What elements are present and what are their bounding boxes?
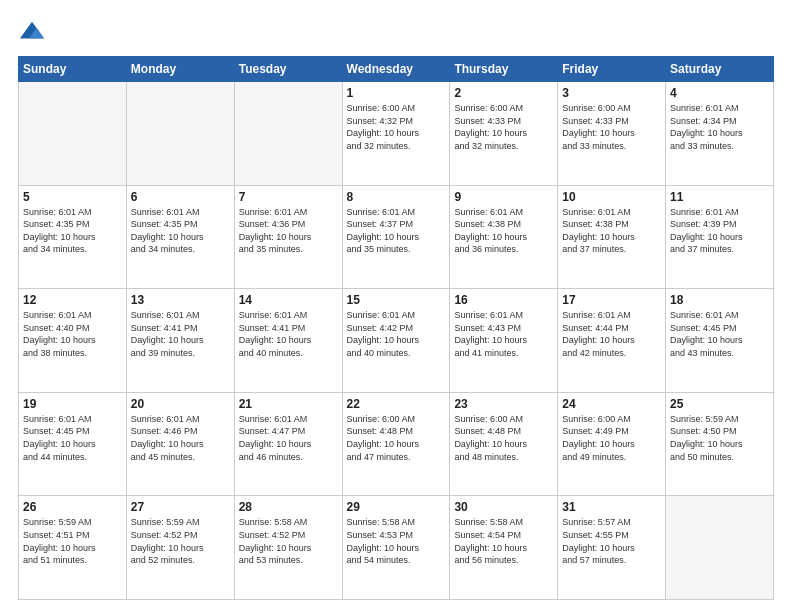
day-info: Sunrise: 6:01 AM Sunset: 4:39 PM Dayligh… <box>670 206 769 256</box>
day-number: 31 <box>562 500 661 514</box>
calendar-week-row: 26Sunrise: 5:59 AM Sunset: 4:51 PM Dayli… <box>19 496 774 600</box>
day-info: Sunrise: 5:59 AM Sunset: 4:50 PM Dayligh… <box>670 413 769 463</box>
day-number: 13 <box>131 293 230 307</box>
calendar-cell: 16Sunrise: 6:01 AM Sunset: 4:43 PM Dayli… <box>450 289 558 393</box>
day-number: 11 <box>670 190 769 204</box>
day-info: Sunrise: 5:59 AM Sunset: 4:51 PM Dayligh… <box>23 516 122 566</box>
calendar-cell: 21Sunrise: 6:01 AM Sunset: 4:47 PM Dayli… <box>234 392 342 496</box>
calendar-week-row: 5Sunrise: 6:01 AM Sunset: 4:35 PM Daylig… <box>19 185 774 289</box>
calendar-cell: 12Sunrise: 6:01 AM Sunset: 4:40 PM Dayli… <box>19 289 127 393</box>
calendar-cell: 20Sunrise: 6:01 AM Sunset: 4:46 PM Dayli… <box>126 392 234 496</box>
calendar-table: SundayMondayTuesdayWednesdayThursdayFrid… <box>18 56 774 600</box>
day-info: Sunrise: 5:58 AM Sunset: 4:53 PM Dayligh… <box>347 516 446 566</box>
day-info: Sunrise: 6:01 AM Sunset: 4:38 PM Dayligh… <box>562 206 661 256</box>
day-number: 26 <box>23 500 122 514</box>
day-number: 19 <box>23 397 122 411</box>
day-info: Sunrise: 6:00 AM Sunset: 4:48 PM Dayligh… <box>454 413 553 463</box>
day-number: 24 <box>562 397 661 411</box>
day-info: Sunrise: 6:01 AM Sunset: 4:45 PM Dayligh… <box>23 413 122 463</box>
calendar-cell: 17Sunrise: 6:01 AM Sunset: 4:44 PM Dayli… <box>558 289 666 393</box>
day-number: 17 <box>562 293 661 307</box>
day-number: 10 <box>562 190 661 204</box>
calendar-cell: 19Sunrise: 6:01 AM Sunset: 4:45 PM Dayli… <box>19 392 127 496</box>
day-number: 4 <box>670 86 769 100</box>
calendar-cell: 30Sunrise: 5:58 AM Sunset: 4:54 PM Dayli… <box>450 496 558 600</box>
day-number: 27 <box>131 500 230 514</box>
day-number: 7 <box>239 190 338 204</box>
calendar-day-header: Thursday <box>450 57 558 82</box>
day-number: 8 <box>347 190 446 204</box>
day-info: Sunrise: 6:01 AM Sunset: 4:45 PM Dayligh… <box>670 309 769 359</box>
calendar-cell: 23Sunrise: 6:00 AM Sunset: 4:48 PM Dayli… <box>450 392 558 496</box>
day-info: Sunrise: 6:01 AM Sunset: 4:34 PM Dayligh… <box>670 102 769 152</box>
calendar-cell: 26Sunrise: 5:59 AM Sunset: 4:51 PM Dayli… <box>19 496 127 600</box>
calendar-cell: 28Sunrise: 5:58 AM Sunset: 4:52 PM Dayli… <box>234 496 342 600</box>
calendar-day-header: Friday <box>558 57 666 82</box>
calendar-cell: 31Sunrise: 5:57 AM Sunset: 4:55 PM Dayli… <box>558 496 666 600</box>
calendar-cell: 5Sunrise: 6:01 AM Sunset: 4:35 PM Daylig… <box>19 185 127 289</box>
day-number: 29 <box>347 500 446 514</box>
day-number: 23 <box>454 397 553 411</box>
calendar-cell: 1Sunrise: 6:00 AM Sunset: 4:32 PM Daylig… <box>342 82 450 186</box>
day-info: Sunrise: 6:01 AM Sunset: 4:37 PM Dayligh… <box>347 206 446 256</box>
day-info: Sunrise: 6:01 AM Sunset: 4:36 PM Dayligh… <box>239 206 338 256</box>
calendar-cell: 2Sunrise: 6:00 AM Sunset: 4:33 PM Daylig… <box>450 82 558 186</box>
calendar-cell: 4Sunrise: 6:01 AM Sunset: 4:34 PM Daylig… <box>666 82 774 186</box>
day-number: 20 <box>131 397 230 411</box>
day-number: 22 <box>347 397 446 411</box>
day-number: 16 <box>454 293 553 307</box>
day-info: Sunrise: 6:01 AM Sunset: 4:38 PM Dayligh… <box>454 206 553 256</box>
day-info: Sunrise: 6:00 AM Sunset: 4:48 PM Dayligh… <box>347 413 446 463</box>
day-info: Sunrise: 6:01 AM Sunset: 4:41 PM Dayligh… <box>131 309 230 359</box>
calendar-day-header: Monday <box>126 57 234 82</box>
calendar-cell <box>666 496 774 600</box>
day-number: 3 <box>562 86 661 100</box>
calendar-cell: 6Sunrise: 6:01 AM Sunset: 4:35 PM Daylig… <box>126 185 234 289</box>
calendar-day-header: Tuesday <box>234 57 342 82</box>
calendar-cell: 7Sunrise: 6:01 AM Sunset: 4:36 PM Daylig… <box>234 185 342 289</box>
day-number: 21 <box>239 397 338 411</box>
calendar-cell: 18Sunrise: 6:01 AM Sunset: 4:45 PM Dayli… <box>666 289 774 393</box>
calendar-week-row: 12Sunrise: 6:01 AM Sunset: 4:40 PM Dayli… <box>19 289 774 393</box>
day-info: Sunrise: 5:58 AM Sunset: 4:54 PM Dayligh… <box>454 516 553 566</box>
calendar-header-row: SundayMondayTuesdayWednesdayThursdayFrid… <box>19 57 774 82</box>
day-number: 28 <box>239 500 338 514</box>
day-number: 5 <box>23 190 122 204</box>
calendar-week-row: 1Sunrise: 6:00 AM Sunset: 4:32 PM Daylig… <box>19 82 774 186</box>
day-number: 12 <box>23 293 122 307</box>
day-info: Sunrise: 6:01 AM Sunset: 4:35 PM Dayligh… <box>23 206 122 256</box>
day-number: 30 <box>454 500 553 514</box>
calendar-cell: 15Sunrise: 6:01 AM Sunset: 4:42 PM Dayli… <box>342 289 450 393</box>
header <box>18 18 774 46</box>
day-number: 2 <box>454 86 553 100</box>
day-info: Sunrise: 5:57 AM Sunset: 4:55 PM Dayligh… <box>562 516 661 566</box>
day-info: Sunrise: 6:00 AM Sunset: 4:33 PM Dayligh… <box>454 102 553 152</box>
day-info: Sunrise: 5:59 AM Sunset: 4:52 PM Dayligh… <box>131 516 230 566</box>
day-info: Sunrise: 6:01 AM Sunset: 4:40 PM Dayligh… <box>23 309 122 359</box>
day-info: Sunrise: 5:58 AM Sunset: 4:52 PM Dayligh… <box>239 516 338 566</box>
calendar-cell: 9Sunrise: 6:01 AM Sunset: 4:38 PM Daylig… <box>450 185 558 289</box>
calendar-week-row: 19Sunrise: 6:01 AM Sunset: 4:45 PM Dayli… <box>19 392 774 496</box>
calendar-cell: 14Sunrise: 6:01 AM Sunset: 4:41 PM Dayli… <box>234 289 342 393</box>
day-number: 14 <box>239 293 338 307</box>
day-number: 15 <box>347 293 446 307</box>
calendar-cell <box>234 82 342 186</box>
logo <box>18 18 50 46</box>
calendar-cell: 24Sunrise: 6:00 AM Sunset: 4:49 PM Dayli… <box>558 392 666 496</box>
calendar-cell: 11Sunrise: 6:01 AM Sunset: 4:39 PM Dayli… <box>666 185 774 289</box>
day-info: Sunrise: 6:01 AM Sunset: 4:41 PM Dayligh… <box>239 309 338 359</box>
calendar-day-header: Sunday <box>19 57 127 82</box>
day-number: 25 <box>670 397 769 411</box>
calendar-cell: 13Sunrise: 6:01 AM Sunset: 4:41 PM Dayli… <box>126 289 234 393</box>
calendar-cell: 29Sunrise: 5:58 AM Sunset: 4:53 PM Dayli… <box>342 496 450 600</box>
day-info: Sunrise: 6:01 AM Sunset: 4:44 PM Dayligh… <box>562 309 661 359</box>
day-info: Sunrise: 6:00 AM Sunset: 4:33 PM Dayligh… <box>562 102 661 152</box>
day-info: Sunrise: 6:00 AM Sunset: 4:32 PM Dayligh… <box>347 102 446 152</box>
day-number: 9 <box>454 190 553 204</box>
day-info: Sunrise: 6:01 AM Sunset: 4:46 PM Dayligh… <box>131 413 230 463</box>
calendar-cell: 25Sunrise: 5:59 AM Sunset: 4:50 PM Dayli… <box>666 392 774 496</box>
day-info: Sunrise: 6:00 AM Sunset: 4:49 PM Dayligh… <box>562 413 661 463</box>
calendar-cell: 27Sunrise: 5:59 AM Sunset: 4:52 PM Dayli… <box>126 496 234 600</box>
day-info: Sunrise: 6:01 AM Sunset: 4:47 PM Dayligh… <box>239 413 338 463</box>
day-number: 1 <box>347 86 446 100</box>
